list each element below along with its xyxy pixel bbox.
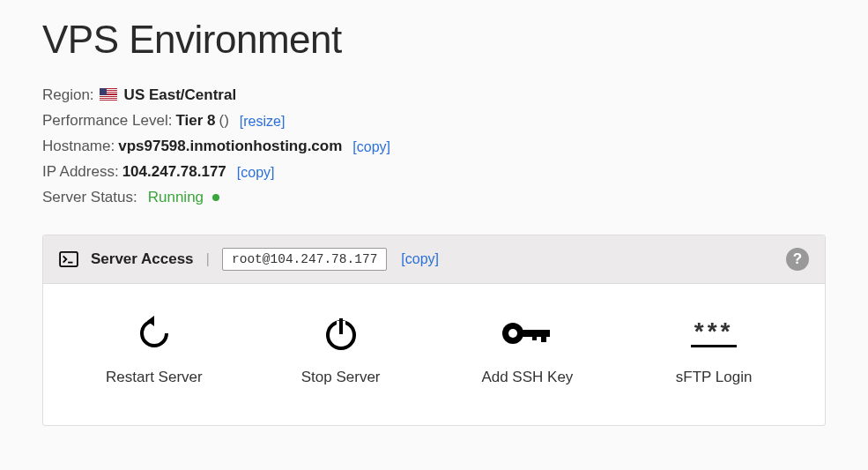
svg-rect-5 (339, 318, 343, 333)
server-details: Region: US East/Central Performance Leve… (42, 83, 826, 210)
add-ssh-key-button[interactable]: Add SSH Key (456, 314, 597, 386)
ip-value: 104.247.78.177 (122, 160, 226, 185)
svg-rect-9 (541, 330, 546, 342)
status-label: Server Status: (42, 185, 137, 211)
status-value: Running (148, 185, 204, 211)
page-title: VPS Environment (42, 18, 826, 62)
svg-rect-10 (532, 330, 537, 340)
performance-line: Performance Level: Tier 8 () [resize] (42, 108, 826, 134)
status-line: Server Status: Running (42, 185, 826, 211)
server-actions: Restart Server Stop Server (43, 284, 825, 425)
status-dot-icon (212, 194, 219, 201)
terminal-icon (59, 251, 78, 267)
sftp-login-button[interactable]: *** sFTP Login (643, 314, 784, 386)
help-icon[interactable]: ? (786, 248, 809, 271)
stop-server-button[interactable]: Stop Server (271, 314, 412, 386)
ssh-key-label: Add SSH Key (481, 369, 573, 386)
ssh-connection-string[interactable]: root@104.247.78.177 (222, 248, 387, 271)
server-access-panel: Server Access | root@104.247.78.177 [cop… (42, 235, 826, 426)
svg-point-7 (508, 329, 517, 338)
server-access-title: Server Access (91, 250, 194, 268)
performance-extra: () (219, 108, 228, 134)
restart-label: Restart Server (106, 369, 203, 386)
password-icon: *** (691, 314, 738, 353)
svg-rect-0 (60, 252, 78, 266)
hostname-copy-link[interactable]: [copy] (352, 135, 390, 159)
ip-label: IP Address: (42, 160, 119, 185)
ip-copy-link[interactable]: [copy] (237, 160, 275, 184)
ip-line: IP Address: 104.247.78.177 [copy] (42, 160, 826, 185)
us-flag-icon (100, 88, 117, 101)
region-value: US East/Central (124, 83, 237, 108)
hostname-line: Hostname: vps97598.inmotionhosting.com [… (42, 134, 826, 160)
server-access-header: Server Access | root@104.247.78.177 [cop… (43, 235, 825, 284)
restart-icon (135, 314, 174, 353)
stop-label: Stop Server (301, 369, 381, 386)
performance-label: Performance Level: (42, 108, 172, 134)
performance-value: Tier 8 (175, 108, 215, 134)
power-icon (322, 314, 360, 353)
hostname-label: Hostname: (42, 134, 115, 160)
resize-link[interactable]: [resize] (240, 109, 286, 133)
region-line: Region: US East/Central (42, 83, 826, 108)
restart-server-button[interactable]: Restart Server (84, 314, 225, 386)
sftp-label: sFTP Login (676, 369, 753, 386)
key-icon (501, 314, 553, 353)
hostname-value: vps97598.inmotionhosting.com (118, 134, 342, 160)
region-label: Region: (42, 83, 94, 108)
server-access-divider: | (206, 250, 210, 268)
ssh-copy-link[interactable]: [copy] (401, 251, 439, 267)
